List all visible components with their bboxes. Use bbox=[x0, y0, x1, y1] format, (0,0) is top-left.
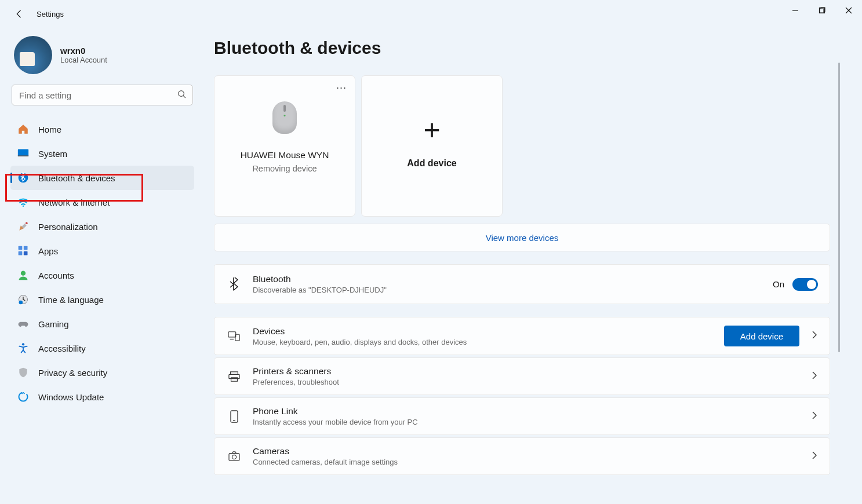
nav-item-system[interactable]: System bbox=[10, 141, 194, 166]
nav-item-network[interactable]: Network & internet bbox=[10, 190, 194, 214]
nav-label: Personalization bbox=[38, 222, 98, 232]
nav-label: Gaming bbox=[38, 319, 69, 329]
row-title: Printers & scanners bbox=[253, 366, 805, 377]
svg-point-5 bbox=[179, 91, 184, 97]
update-icon bbox=[17, 391, 29, 403]
sidebar: wrxn0 Local Account Home System Bluetoot… bbox=[0, 28, 200, 504]
titlebar: Settings bbox=[0, 0, 862, 28]
svg-rect-14 bbox=[19, 251, 23, 255]
row-cameras[interactable]: Cameras Connected cameras, default image… bbox=[214, 437, 830, 475]
back-button[interactable] bbox=[10, 5, 28, 23]
nav-item-time-language[interactable]: Time & language bbox=[10, 287, 194, 312]
main-content: Bluetooth & devices ··· HUAWEI Mouse WYN… bbox=[200, 28, 862, 504]
row-subtitle: Mouse, keyboard, pen, audio, displays an… bbox=[253, 338, 724, 346]
device-card-menu-button[interactable]: ··· bbox=[336, 82, 347, 94]
nav-item-windows-update[interactable]: Windows Update bbox=[10, 385, 194, 409]
row-phone-link[interactable]: Phone Link Instantly access your mobile … bbox=[214, 397, 830, 435]
nav-label: Network & internet bbox=[38, 198, 110, 207]
search-wrap bbox=[12, 85, 193, 105]
add-device-card[interactable]: + Add device bbox=[361, 75, 503, 217]
nav-label: Privacy & security bbox=[38, 368, 107, 378]
accounts-icon bbox=[17, 269, 29, 281]
nav-item-apps[interactable]: Apps bbox=[10, 239, 194, 263]
minimize-button[interactable] bbox=[782, 0, 809, 21]
bluetooth-state-label: On bbox=[773, 279, 784, 289]
svg-point-20 bbox=[19, 393, 28, 401]
search-icon bbox=[177, 89, 187, 100]
nav-label: System bbox=[38, 149, 67, 159]
svg-point-19 bbox=[22, 343, 24, 345]
printers-icon bbox=[226, 371, 242, 382]
svg-point-18 bbox=[19, 301, 23, 305]
app-title: Settings bbox=[37, 10, 64, 19]
svg-rect-21 bbox=[228, 332, 236, 337]
svg-rect-8 bbox=[18, 155, 28, 156]
maximize-button[interactable] bbox=[809, 0, 835, 21]
chevron-right-icon bbox=[811, 451, 818, 462]
search-input[interactable] bbox=[12, 85, 193, 105]
phone-icon bbox=[226, 410, 242, 423]
nav-item-accessibility[interactable]: Accessibility bbox=[10, 336, 194, 360]
close-button[interactable] bbox=[835, 0, 862, 21]
nav-item-privacy-security[interactable]: Privacy & security bbox=[10, 360, 194, 385]
nav-item-accounts[interactable]: Accounts bbox=[10, 263, 194, 287]
gaming-icon bbox=[17, 318, 29, 330]
nav-label: Windows Update bbox=[38, 392, 104, 402]
nav-item-gaming[interactable]: Gaming bbox=[10, 312, 194, 336]
svg-rect-26 bbox=[231, 377, 238, 381]
cameras-icon bbox=[226, 451, 242, 462]
network-icon bbox=[17, 196, 29, 208]
svg-point-10 bbox=[23, 205, 24, 207]
view-more-devices-link[interactable]: View more devices bbox=[214, 224, 830, 251]
close-icon bbox=[845, 7, 852, 14]
row-printers-scanners[interactable]: Printers & scanners Preferences, trouble… bbox=[214, 357, 830, 395]
bluetooth-toggle[interactable] bbox=[792, 278, 818, 291]
bluetooth-icon bbox=[17, 172, 29, 184]
svg-point-16 bbox=[21, 271, 26, 276]
device-card-mouse[interactable]: ··· HUAWEI Mouse WYN Removing device bbox=[214, 75, 355, 217]
nav-label: Accessibility bbox=[38, 344, 86, 353]
bluetooth-row: Bluetooth Discoverable as "DESKTOP-DJHEU… bbox=[214, 264, 830, 304]
add-device-button[interactable]: Add device bbox=[724, 326, 799, 346]
device-card-name: HUAWEI Mouse WYN bbox=[241, 150, 329, 160]
sidebar-nav: Home System Bluetooth & devices Network … bbox=[10, 117, 194, 409]
apps-icon bbox=[17, 245, 29, 257]
maximize-icon bbox=[819, 7, 825, 14]
nav-item-home[interactable]: Home bbox=[10, 117, 194, 141]
row-title: Devices bbox=[253, 326, 724, 337]
svg-rect-13 bbox=[24, 246, 28, 250]
profile-section[interactable]: wrxn0 Local Account bbox=[10, 34, 194, 85]
page-title: Bluetooth & devices bbox=[214, 38, 830, 58]
nav-label: Bluetooth & devices bbox=[38, 173, 115, 183]
svg-rect-24 bbox=[231, 371, 238, 374]
window-controls bbox=[782, 0, 862, 21]
row-subtitle: Instantly access your mobile device from… bbox=[253, 418, 805, 426]
mouse-icon bbox=[272, 101, 297, 134]
bluetooth-glyph-icon bbox=[226, 277, 242, 291]
scrollbar[interactable] bbox=[838, 63, 840, 352]
nav-item-bluetooth-devices[interactable]: Bluetooth & devices bbox=[10, 166, 194, 190]
accessibility-icon bbox=[17, 342, 29, 354]
minimize-icon bbox=[792, 7, 799, 14]
personalization-icon bbox=[17, 221, 29, 232]
row-subtitle: Connected cameras, default image setting… bbox=[253, 458, 805, 466]
nav-label: Accounts bbox=[38, 271, 74, 280]
row-title: Phone Link bbox=[253, 406, 805, 417]
svg-rect-25 bbox=[229, 374, 239, 378]
svg-point-30 bbox=[232, 455, 236, 459]
chevron-right-icon bbox=[811, 411, 818, 422]
arrow-left-icon bbox=[14, 9, 24, 19]
profile-name: wrxn0 bbox=[60, 46, 107, 56]
add-device-card-label: Add device bbox=[407, 158, 456, 169]
nav-item-personalization[interactable]: Personalization bbox=[10, 214, 194, 239]
chevron-right-icon bbox=[811, 331, 818, 341]
device-card-status: Removing device bbox=[252, 164, 317, 173]
nav-label: Home bbox=[38, 125, 61, 134]
svg-point-11 bbox=[26, 222, 28, 224]
bluetooth-title: Bluetooth bbox=[253, 274, 773, 284]
row-subtitle: Preferences, troubleshoot bbox=[253, 378, 805, 386]
avatar bbox=[14, 36, 52, 74]
svg-rect-7 bbox=[18, 149, 28, 157]
nav-label: Apps bbox=[38, 246, 58, 256]
row-devices[interactable]: Devices Mouse, keyboard, pen, audio, dis… bbox=[214, 317, 830, 355]
